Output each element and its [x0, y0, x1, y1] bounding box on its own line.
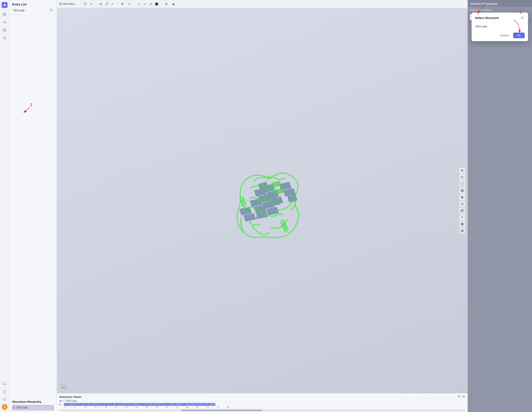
sequence-viewer: Sequence Viewer [57, 393, 468, 412]
modal-close-btn[interactable] [520, 15, 525, 20]
workspace-label: 3D WorkSpa... [59, 2, 76, 5]
toolbar-group-2 [98, 1, 115, 7]
rotate-btn[interactable] [459, 201, 465, 207]
zoom-out-btn[interactable] [459, 174, 465, 180]
ok-button[interactable]: OK [513, 33, 525, 38]
toolbar-bond-btn[interactable] [104, 1, 109, 7]
svg-line-30 [123, 4, 124, 5]
svg-point-0 [4, 4, 5, 6]
sequence-viewer-header: Sequence Viewer [59, 395, 465, 399]
seq-entry-label: ⚇ 7B2U.pdb [63, 400, 77, 403]
seq-residue-M[interactable]: M [73, 403, 75, 406]
toolbar-group-1: ▾ [83, 1, 94, 7]
seq-residue-R[interactable]: R [69, 403, 71, 406]
toolbar-settings-btn[interactable]: ⚙ [164, 1, 169, 7]
help-icon[interactable]: ? [1, 388, 8, 395]
app-logo[interactable] [2, 2, 8, 8]
seq-scrollbar-thumb[interactable] [181, 410, 262, 411]
svg-line-40 [463, 171, 464, 172]
cancel-button[interactable]: Cancel [497, 33, 512, 38]
svg-rect-9 [3, 22, 6, 23]
seq-residues-row: SGFRKMAFPSGKVEGCMVQVTCGTTTLNGLWLDDVVYCPR… [64, 403, 215, 406]
chat-icon[interactable] [1, 380, 8, 387]
workspace-toolbar: 3D WorkSpa... ▾ [57, 0, 468, 8]
seq-residue-G[interactable]: G [66, 403, 68, 406]
toolbar-pencil-btn[interactable]: ✏ [136, 1, 142, 7]
seq-chain-label: ⚇ 7B2U.pdb [59, 400, 465, 403]
toolbar-zoom-dropdown[interactable]: ▾ [126, 1, 132, 7]
entry-name: 7B2U.pdb [13, 9, 25, 12]
modal-footer: Cancel OK [472, 30, 528, 41]
toolbar-measure-btn[interactable] [110, 1, 115, 7]
sidebar-item-files[interactable] [1, 11, 8, 18]
left-panel-empty [9, 15, 57, 397]
sidebar-item-layers[interactable] [1, 19, 8, 26]
svg-point-23 [106, 4, 106, 5]
cloud-icon[interactable] [1, 396, 8, 403]
seq-expand-btn[interactable] [462, 395, 465, 399]
seq-numbers: 1 5 10 15 20 25 30 35 40 45 50 55 60 65 … [59, 406, 465, 409]
annotation-btn[interactable] [459, 208, 465, 214]
toolbar-link-btn[interactable]: 🔗 [148, 1, 153, 7]
seq-scrollbar[interactable] [59, 410, 465, 411]
grid-btn[interactable] [459, 221, 465, 227]
seq-residue-P[interactable]: P [78, 403, 80, 406]
user-avatar[interactable]: Y [2, 404, 8, 410]
toolbar-sphere-btn[interactable]: ⚫ [154, 1, 159, 7]
modal-title: Select Structure [475, 16, 499, 20]
seq-residue-S[interactable]: S [64, 403, 66, 406]
toolbar-separator-5 [161, 2, 162, 6]
seq-residue-S2[interactable]: S [80, 403, 82, 406]
viewport-3d[interactable] [57, 8, 468, 393]
svg-point-70 [60, 401, 61, 401]
svg-point-2 [5, 5, 6, 6]
svg-rect-10 [3, 23, 6, 23]
toolbar-pen-btn[interactable]: 🖊 [142, 1, 148, 7]
svg-rect-7 [4, 15, 5, 15]
svg-rect-61 [461, 224, 462, 225]
seq-residue-F[interactable]: F [67, 403, 69, 406]
visibility-icon[interactable] [49, 9, 53, 12]
hierarchy-item-7b2u[interactable]: ▶ 7B2U.pdb [12, 405, 54, 410]
structure-hierarchy-section: Structure Hierarchy ▶ 7B2U.pdb [9, 397, 57, 412]
entry-item-7b2u[interactable]: 7B2U.pdb [12, 8, 54, 13]
toolbar-more-btn[interactable]: ◀ [170, 1, 176, 7]
toolbar-separator-1 [80, 2, 80, 6]
svg-rect-6 [4, 14, 5, 15]
svg-point-19 [51, 9, 52, 11]
svg-point-1 [4, 3, 5, 4]
svg-rect-11 [3, 29, 6, 31]
svg-rect-16 [3, 382, 6, 384]
zoom-in-btn[interactable] [459, 168, 465, 174]
screenshot-btn[interactable] [459, 188, 465, 194]
label-btn[interactable] [459, 215, 465, 220]
toolbar-select-btn[interactable] [83, 1, 88, 7]
svg-rect-54 [461, 209, 464, 212]
svg-rect-59 [461, 223, 462, 224]
svg-text:?: ? [4, 391, 5, 393]
svg-rect-8 [3, 21, 6, 22]
modal-entry-item: 7B2U.pdb [475, 25, 487, 28]
sequence-viewer-title: Sequence Viewer [59, 395, 82, 398]
center-btn[interactable] [459, 194, 465, 200]
toolbar-zoom-btn[interactable] [120, 1, 125, 7]
modal-overlay: Select Structure 7B2U.pdb 3 Cancel OK [468, 0, 532, 412]
svg-line-44 [463, 178, 464, 178]
seq-residue-K[interactable]: K [71, 403, 73, 406]
seq-chain-id: B : [59, 403, 64, 406]
sidebar-item-jobs[interactable] [1, 35, 8, 41]
select-structure-dialog: Select Structure 7B2U.pdb 3 Cancel OK [472, 12, 528, 41]
toolbar-dropdown-btn[interactable]: ▾ [88, 1, 94, 7]
fit-view-btn[interactable] [459, 181, 465, 187]
svg-point-20 [84, 3, 86, 5]
entry-list-header: Entry List [12, 2, 54, 6]
structure-hierarchy-title: Structure Hierarchy [12, 400, 41, 403]
seq-residue-F2[interactable]: F [76, 403, 78, 406]
svg-line-26 [112, 3, 114, 5]
clipping-btn[interactable] [459, 228, 465, 234]
seq-filter-btn[interactable] [458, 395, 461, 399]
sidebar-item-table[interactable] [1, 27, 8, 33]
right-panel: Protein Preparation Select Structure 1 [468, 0, 532, 412]
toolbar-group-draw: ✏ 🖊 🔗 ⚫ [136, 1, 159, 7]
toolbar-pick-btn[interactable] [98, 1, 104, 7]
